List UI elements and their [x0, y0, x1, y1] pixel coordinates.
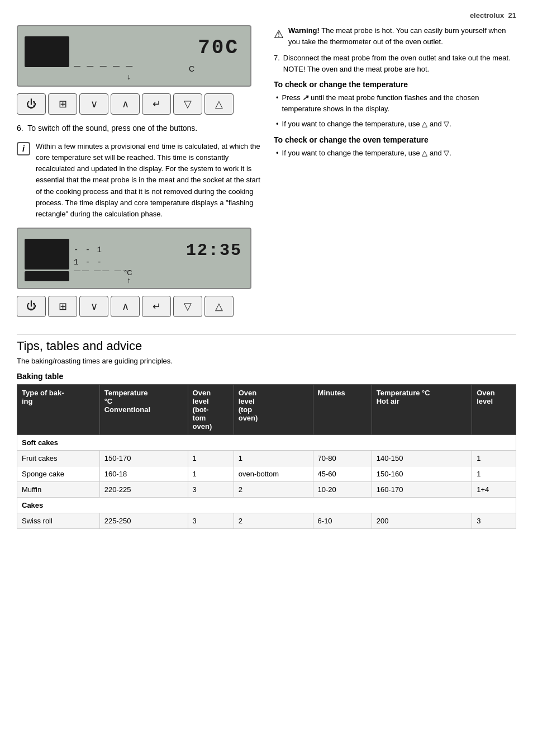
display-panel-1: 70C — — — — — C ↓ [17, 25, 251, 87]
power-button[interactable]: ⏻ [17, 93, 46, 115]
page-header: electrolux 21 [17, 11, 516, 20]
check-temp-heading: To check or change the temperature [274, 80, 516, 89]
right-column: ⚠ Warning! The meat probe is hot. You ca… [274, 25, 516, 325]
check-oven-heading: To check or change the oven temperature [274, 135, 516, 144]
button-row-1: ⏻ ⊞ ∨ ∧ ↵ ▽ △ [17, 93, 251, 115]
display2-seg-line1: - - 1 [74, 245, 103, 254]
tips-subtitle: The baking/roasting times are guiding pr… [17, 357, 516, 365]
info-box: i Within a few minutes a provisional end… [17, 141, 263, 220]
bullet-2-text: If you want to change the temperature, u… [282, 119, 451, 130]
step-6-text: 6. To switch off the sound, press one of… [17, 122, 263, 134]
triangle-down-button[interactable]: ▽ [173, 93, 202, 115]
tips-section: Tips, tables and advice The baking/roast… [17, 334, 516, 529]
info-text: Within a few minutes a provisional end t… [36, 141, 263, 220]
display2-black-rect-bottom [25, 271, 69, 281]
info-icon: i [17, 142, 30, 155]
bullet-1: • Press ↗ until the meat probe function … [274, 92, 516, 114]
left-column: 70C — — — — — C ↓ ⏻ ⊞ ∨ ∧ ↵ ▽ △ 6. To sw… [17, 25, 263, 325]
bullet-1-dot: • [276, 92, 279, 114]
enter-button-2[interactable]: ↵ [142, 296, 171, 317]
warning-text: Warning! The meat probe is hot. You can … [288, 25, 516, 47]
col-type: Type of bak-ing [17, 384, 100, 434]
display-panel-2: - - 1 1 - - 12:35 —— —— —— °C ↑ [17, 228, 251, 289]
step-7-num: 7. [274, 53, 280, 74]
table-row: Fruit cakes150-1701170-80140-1501 [17, 450, 516, 466]
display-black-rect [25, 36, 69, 67]
warning-icon: ⚠ [274, 26, 284, 47]
page-number: 21 [508, 11, 516, 20]
table-section-header: Soft cakes [17, 434, 516, 450]
table-row: Sponge cake160-181oven-bottom45-60150-16… [17, 466, 516, 481]
celsius-suffix: C [189, 64, 194, 73]
col-oven-bot: Ovenlevel(bot-tomoven) [188, 384, 234, 434]
grid-button-2[interactable]: ⊞ [48, 296, 77, 317]
col-temp-conv: Temperature°CConventional [99, 384, 188, 434]
bullet-2: • If you want to change the temperature,… [274, 119, 516, 130]
enter-button[interactable]: ↵ [142, 93, 171, 115]
display-dashes: — — — — — [74, 62, 135, 70]
button-row-2: ⏻ ⊞ ∨ ∧ ↵ ▽ △ [17, 296, 251, 317]
bullet-3: • If you want to change the temperature,… [274, 148, 516, 159]
bullet-1-text: Press ↗ until the meat probe function fl… [282, 92, 516, 114]
step-7-text: Disconnect the meat probe from the oven … [283, 53, 516, 74]
col-minutes: Minutes [313, 384, 372, 434]
display2-time: 12:35 [186, 241, 242, 260]
table-section-header: Cakes [17, 497, 516, 513]
check-up-button[interactable]: ∧ [111, 93, 140, 115]
power-button-2[interactable]: ⏻ [17, 296, 46, 317]
col-oven-top: Ovenlevel(topoven) [234, 384, 313, 434]
display2-black-rect-top [25, 239, 69, 270]
check-down-button-2[interactable]: ∨ [79, 296, 108, 317]
col-oven-level: Ovenlevel [472, 384, 516, 434]
triangle-down-button-2[interactable]: ▽ [173, 296, 202, 317]
display-arrow: ↓ [127, 72, 131, 81]
check-down-button[interactable]: ∨ [79, 93, 108, 115]
col-temp-hot: Temperature °CHot air [372, 384, 472, 434]
warning-box: ⚠ Warning! The meat probe is hot. You ca… [274, 25, 516, 47]
table-row: Muffin220-2253210-20160-1701+4 [17, 481, 516, 497]
temperature-readout: 70C [198, 36, 239, 59]
display2-seg-line2: 1 - - [74, 258, 103, 267]
display2-dashes: —— —— —— [74, 267, 131, 275]
table-header-row: Type of bak-ing Temperature°CConventiona… [17, 384, 516, 434]
tips-title: Tips, tables and advice [17, 339, 516, 353]
step-6-content: To switch off the sound, press one of th… [27, 124, 197, 133]
triangle-up-button[interactable]: △ [204, 93, 234, 115]
baking-table: Type of bak-ing Temperature°CConventiona… [17, 384, 516, 529]
brand-label: electrolux [470, 11, 504, 20]
bullet-3-dot: • [276, 148, 279, 159]
bullet-3-text: If you want to change the temperature, u… [282, 148, 451, 159]
triangle-up-button-2[interactable]: △ [204, 296, 234, 317]
main-content: 70C — — — — — C ↓ ⏻ ⊞ ∨ ∧ ↵ ▽ △ 6. To sw… [17, 25, 516, 325]
table-row: Swiss roll225-250326-102003 [17, 513, 516, 528]
baking-table-title: Baking table [17, 372, 516, 381]
display2-arrow: ↑ [127, 276, 131, 285]
bullet-2-dot: • [276, 119, 279, 130]
step-7: 7. Disconnect the meat probe from the ov… [274, 53, 516, 74]
warning-label: Warning! [288, 26, 320, 35]
grid-button[interactable]: ⊞ [48, 93, 77, 115]
check-up-button-2[interactable]: ∧ [111, 296, 140, 317]
